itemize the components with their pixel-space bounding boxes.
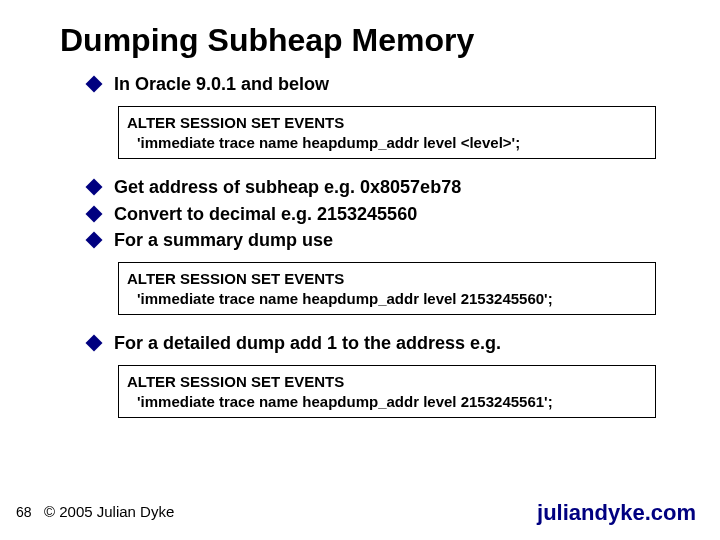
- diamond-bullet-icon: [86, 335, 103, 352]
- code-line: ALTER SESSION SET EVENTS: [127, 113, 647, 133]
- content-area: In Oracle 9.0.1 and below ALTER SESSION …: [88, 72, 688, 434]
- diamond-bullet-icon: [86, 205, 103, 222]
- page-number: 68: [16, 504, 32, 520]
- diamond-bullet-icon: [86, 179, 103, 196]
- diamond-bullet-icon: [86, 76, 103, 93]
- bullet-item: In Oracle 9.0.1 and below: [88, 72, 688, 96]
- code-box: ALTER SESSION SET EVENTS 'immediate trac…: [118, 262, 656, 315]
- bullet-text: For a detailed dump add 1 to the address…: [114, 331, 501, 355]
- diamond-bullet-icon: [86, 231, 103, 248]
- bullet-text: Get address of subheap e.g. 0x8057eb78: [114, 175, 461, 199]
- code-box: ALTER SESSION SET EVENTS 'immediate trac…: [118, 106, 656, 159]
- slide: Dumping Subheap Memory In Oracle 9.0.1 a…: [0, 0, 720, 540]
- slide-title: Dumping Subheap Memory: [60, 22, 474, 59]
- bullet-item: Convert to decimal e.g. 2153245560: [88, 202, 688, 226]
- code-box: ALTER SESSION SET EVENTS 'immediate trac…: [118, 365, 656, 418]
- code-line: 'immediate trace name heapdump_addr leve…: [127, 289, 647, 309]
- code-line: ALTER SESSION SET EVENTS: [127, 372, 647, 392]
- bullet-text: For a summary dump use: [114, 228, 333, 252]
- code-line: 'immediate trace name heapdump_addr leve…: [127, 133, 647, 153]
- bullet-item: For a summary dump use: [88, 228, 688, 252]
- copyright-text: © 2005 Julian Dyke: [44, 503, 174, 520]
- code-line: ALTER SESSION SET EVENTS: [127, 269, 647, 289]
- code-line: 'immediate trace name heapdump_addr leve…: [127, 392, 647, 412]
- bullet-text: In Oracle 9.0.1 and below: [114, 72, 329, 96]
- bullet-item: For a detailed dump add 1 to the address…: [88, 331, 688, 355]
- bullet-text: Convert to decimal e.g. 2153245560: [114, 202, 417, 226]
- bullet-item: Get address of subheap e.g. 0x8057eb78: [88, 175, 688, 199]
- site-name: juliandyke.com: [537, 500, 696, 526]
